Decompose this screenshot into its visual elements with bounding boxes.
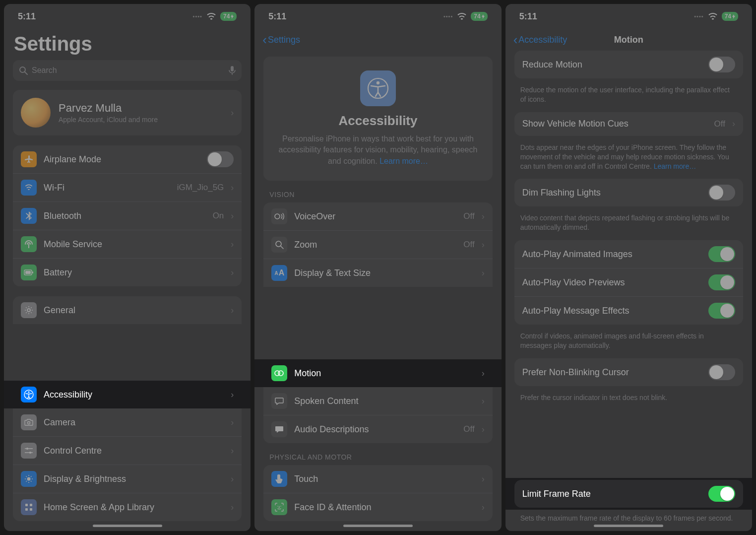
general-group-bottom: Camera › Control Centre › Display & Brig… — [13, 408, 242, 521]
status-time: 5:11 — [268, 11, 286, 22]
cellular-dots-icon: •••• — [694, 13, 703, 19]
autoplay-video-row[interactable]: Auto-Play Video Previews — [514, 268, 743, 297]
chevron-right-icon: › — [482, 396, 485, 406]
svg-point-7 — [27, 309, 30, 312]
vision-header: VISION — [263, 191, 492, 202]
phone-settings-root: 5:11 •••• 74 Settings Search Parvez Mul — [4, 4, 251, 531]
dim-flashing-row[interactable]: Dim Flashing Lights — [514, 179, 743, 206]
bluetooth-icon — [21, 208, 37, 224]
battery-row[interactable]: Battery › — [13, 259, 242, 286]
reduce-motion-row[interactable]: Reduce Motion — [514, 51, 743, 78]
cellular-dots-icon: •••• — [193, 13, 202, 19]
motion-row-highlight[interactable]: Motion › — [254, 359, 501, 387]
dim-flashing-toggle[interactable] — [708, 185, 735, 201]
back-button[interactable]: ‹ Accessibility — [513, 32, 567, 48]
svg-point-10 — [28, 422, 30, 424]
home-indicator[interactable] — [343, 525, 413, 527]
svg-line-20 — [26, 476, 27, 477]
faceid-icon — [271, 499, 287, 515]
general-row[interactable]: General › — [13, 296, 242, 324]
back-button[interactable]: ‹ Settings — [262, 32, 300, 48]
gear-icon — [21, 302, 37, 318]
spoken-content-row[interactable]: Spoken Content › — [263, 387, 492, 415]
accessibility-row-highlight[interactable]: Accessibility › — [4, 381, 251, 408]
chevron-right-icon: › — [482, 268, 485, 278]
audio-desc-icon — [271, 421, 287, 437]
home-indicator[interactable] — [93, 525, 162, 527]
hero-title: Accessibility — [274, 113, 481, 129]
airplane-icon — [21, 151, 37, 167]
chevron-right-icon: › — [482, 424, 485, 435]
limit-fr-footer: Sets the maximum frame rate of the displ… — [514, 510, 743, 531]
hero-body: Personalise iPhone in ways that work bes… — [279, 134, 478, 165]
motor-group: Touch › Face ID & Attention › — [263, 465, 492, 521]
voiceover-row[interactable]: VoiceOver Off › — [263, 202, 492, 231]
mobile-service-row[interactable]: Mobile Service › — [13, 230, 242, 259]
chevron-right-icon: › — [231, 446, 234, 456]
home-screen-row[interactable]: Home Screen & App Library › — [13, 493, 242, 521]
zoom-icon — [271, 237, 287, 253]
search-input[interactable]: Search — [13, 60, 242, 81]
nav-bar: ‹ Settings — [254, 29, 501, 51]
zoom-row[interactable]: Zoom Off › — [263, 231, 492, 259]
audio-desc-row[interactable]: Audio Descriptions Off › — [263, 415, 492, 443]
airplane-row[interactable]: Airplane Mode — [13, 145, 242, 174]
chevron-right-icon: › — [231, 268, 234, 278]
autoplay-msg-row[interactable]: Auto-Play Message Effects — [514, 297, 743, 325]
status-bar: 5:11 •••• 74 — [254, 4, 501, 29]
connectivity-group: Airplane Mode Wi-Fi iGM_Jio_5G › Bluetoo… — [13, 145, 242, 286]
accessibility-icon — [21, 387, 37, 402]
chevron-right-icon: › — [482, 211, 485, 222]
sliders-icon — [21, 443, 37, 459]
faceid-row[interactable]: Face ID & Attention › — [263, 493, 492, 521]
autoplay-footer: Control if videos, animated images and f… — [514, 328, 743, 358]
account-row[interactable]: Parvez Mulla Apple Account, iCloud and m… — [13, 90, 242, 135]
limit-frame-rate-highlight[interactable]: Limit Frame Rate — [505, 478, 752, 510]
cursor-toggle[interactable] — [708, 364, 735, 380]
svg-point-35 — [278, 506, 279, 507]
chevron-right-icon: › — [231, 417, 234, 428]
reduce-motion-toggle[interactable] — [708, 57, 735, 72]
touch-row[interactable]: Touch › — [263, 465, 492, 493]
vision-group: VoiceOver Off › Zoom Off › AA Display & … — [263, 202, 492, 287]
account-name: Parvez Mulla — [59, 102, 223, 115]
search-icon — [19, 66, 28, 75]
display-brightness-row[interactable]: Display & Brightness › — [13, 465, 242, 493]
svg-point-36 — [281, 506, 282, 507]
svg-rect-5 — [25, 271, 31, 274]
reduce-motion-footer: Reduce the motion of the user interface,… — [514, 81, 743, 112]
general-group-top: General › — [13, 296, 242, 324]
learn-more-link[interactable]: Learn more… — [379, 157, 428, 165]
battery-indicator: 74 — [220, 12, 237, 21]
motion-icon — [271, 365, 287, 381]
wifi-row[interactable]: Wi-Fi iGM_Jio_5G › — [13, 174, 242, 202]
svg-line-21 — [31, 481, 32, 482]
mic-icon[interactable] — [229, 66, 236, 75]
autoplay-msg-toggle[interactable] — [708, 303, 735, 319]
chevron-left-icon: ‹ — [513, 32, 518, 48]
svg-line-23 — [26, 481, 27, 482]
chevron-left-icon: ‹ — [262, 32, 267, 48]
svg-point-9 — [28, 391, 29, 393]
accessibility-icon — [360, 70, 396, 106]
avatar — [21, 98, 51, 128]
account-sub: Apple Account, iCloud and more — [59, 116, 223, 124]
cursor-row[interactable]: Prefer Non-Blinking Cursor — [514, 358, 743, 386]
autoplay-images-row[interactable]: Auto-Play Animated Images — [514, 240, 743, 268]
autoplay-video-toggle[interactable] — [708, 274, 735, 290]
learn-more-link[interactable]: Learn more… — [654, 162, 696, 170]
svg-point-15 — [27, 477, 31, 481]
control-centre-row[interactable]: Control Centre › — [13, 437, 242, 465]
status-time: 5:11 — [519, 11, 537, 22]
vehicle-cues-row[interactable]: Show Vehicle Motion Cues Off › — [514, 112, 743, 136]
limit-frame-rate-toggle[interactable] — [708, 486, 735, 502]
camera-row[interactable]: Camera › — [13, 408, 242, 437]
display-text-row[interactable]: AA Display & Text Size › — [263, 259, 492, 287]
autoplay-images-toggle[interactable] — [708, 246, 735, 262]
bluetooth-row[interactable]: Bluetooth On › — [13, 202, 242, 230]
airplane-toggle[interactable] — [207, 151, 234, 167]
home-indicator[interactable] — [594, 525, 663, 527]
cursor-footer: Prefer the cursor indicator in text does… — [514, 389, 743, 410]
svg-rect-6 — [32, 271, 33, 273]
svg-point-12 — [26, 448, 28, 450]
